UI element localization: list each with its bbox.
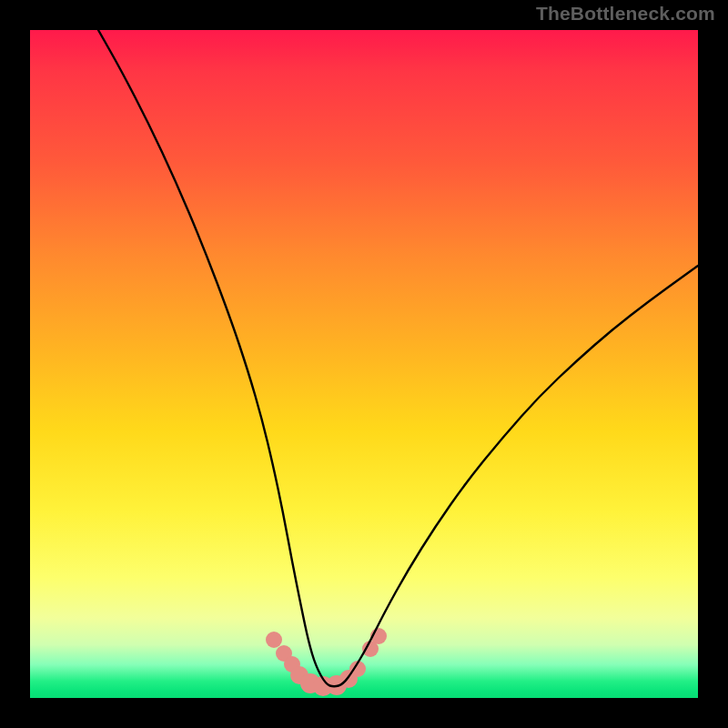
plot-svg (30, 30, 698, 698)
marker-group (266, 628, 387, 696)
plot-frame (30, 30, 698, 698)
bottleneck-curve (98, 30, 698, 686)
watermark-text: TheBottleneck.com (536, 3, 715, 25)
marker-left-stem-1 (266, 632, 282, 648)
